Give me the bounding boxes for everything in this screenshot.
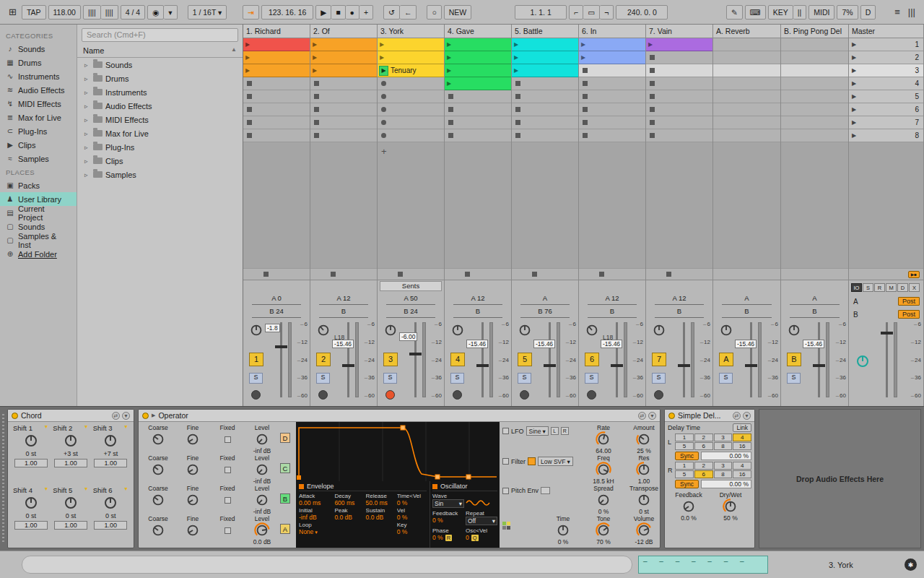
arm-button[interactable] — [654, 390, 663, 400]
solo-button[interactable]: S — [719, 373, 733, 384]
nudge-up-button[interactable]: |||| — [101, 5, 118, 20]
clip-stop-slot[interactable] — [243, 77, 310, 90]
scene-play-icon[interactable]: ▶ — [852, 106, 856, 113]
reenable-automation-button[interactable]: ← — [400, 5, 417, 20]
clip-play-icon[interactable]: ▶ — [380, 55, 384, 61]
hot-swap-icon[interactable]: ⇄ — [638, 412, 646, 420]
delay-right-beat-16[interactable]: 16 — [733, 470, 751, 478]
fine-knob[interactable] — [185, 492, 201, 508]
send-b-slider[interactable]: B 24 — [383, 307, 438, 319]
clip-slot[interactable]: ▶ — [310, 51, 377, 64]
search-input[interactable]: Search (Cmd+F) — [82, 28, 238, 42]
quantize-badge[interactable]: Q — [471, 535, 479, 541]
shift-knob[interactable] — [62, 494, 79, 512]
volume-fader-handle[interactable] — [544, 364, 556, 367]
empty-clip-slot[interactable] — [713, 90, 780, 103]
track-header[interactable]: 2. Of — [310, 25, 377, 38]
clip-slot[interactable]: ▶ — [512, 51, 578, 64]
clip-play-icon[interactable]: ▶ — [514, 68, 518, 74]
send-a-slider[interactable]: A — [719, 294, 775, 306]
arm-button[interactable] — [251, 390, 261, 400]
pan-knob[interactable] — [383, 322, 398, 338]
mixer-toggle-r[interactable]: R — [874, 283, 885, 292]
clip-stop-slot[interactable] — [243, 90, 310, 103]
clip-play-icon[interactable]: ▶ — [581, 55, 585, 61]
clip-play-icon[interactable]: ▶ — [447, 81, 451, 87]
empty-clip-slot[interactable] — [781, 77, 848, 90]
browser-folder-midi-effects[interactable]: ▹MIDI Effects — [77, 113, 243, 126]
track-stop-button[interactable] — [599, 272, 604, 277]
clip-slot[interactable]: ▶ — [378, 38, 444, 51]
sync-left-value[interactable]: 0.00 % — [701, 452, 751, 460]
sidebar-item-audio-effects[interactable]: ≋Audio Effects — [0, 83, 77, 97]
clip-play-icon[interactable]: ▶ — [380, 42, 384, 48]
empty-clip-slot[interactable] — [713, 103, 780, 116]
sustain-value[interactable]: 0.0 dB — [366, 514, 396, 521]
punch-in-button[interactable]: ⌐ — [569, 5, 583, 20]
send-a-slider[interactable]: A 12 — [450, 294, 505, 306]
clip-stop-slot[interactable] — [579, 77, 645, 90]
solo-button[interactable]: S — [450, 373, 464, 384]
level-knob[interactable] — [254, 522, 270, 538]
clip-slot[interactable]: ▶ — [378, 51, 444, 64]
send-b-slider[interactable]: B — [719, 307, 775, 319]
peak-value[interactable]: 0.0 dB — [334, 514, 364, 521]
shift-amount-field[interactable]: 1.00 — [54, 459, 87, 467]
clip-slot[interactable]: ▶ — [445, 77, 511, 90]
clip-stop-slot[interactable] — [445, 116, 511, 129]
sidebar-item-add-folder[interactable]: ⊕Add Folder — [0, 247, 77, 261]
freq-knob[interactable] — [596, 462, 611, 478]
disclosure-icon[interactable]: ▹ — [84, 158, 90, 165]
disclosure-icon[interactable]: ▹ — [84, 144, 90, 151]
shift-amount-field[interactable]: 1.00 — [94, 521, 127, 530]
disclosure-icon[interactable]: ▹ — [84, 89, 90, 96]
clip-slot[interactable]: ▶ — [243, 64, 310, 77]
clip-stop-slot[interactable] — [579, 116, 645, 129]
feedback-value[interactable]: 0 % — [432, 517, 464, 524]
pan-knob[interactable] — [517, 322, 533, 338]
clip-slot[interactable]: ▶ — [310, 38, 377, 51]
clip-stop-slot[interactable] — [310, 77, 377, 90]
empty-clip-slot[interactable] — [781, 116, 848, 129]
send-b-slider[interactable]: B — [585, 307, 640, 319]
clip-stop-slot[interactable] — [243, 103, 310, 116]
volume-fader-handle[interactable] — [342, 364, 354, 367]
delay-left-beat-5[interactable]: 5 — [675, 442, 694, 450]
hot-swap-icon[interactable]: ⇄ — [112, 412, 120, 420]
clip-play-icon[interactable]: ▶ — [245, 55, 250, 61]
shift-amount-field[interactable]: 1.00 — [54, 521, 87, 530]
delay-right-beat-6[interactable]: 6 — [694, 470, 713, 478]
lfo-on-checkbox[interactable] — [502, 428, 509, 434]
clip-stop-slot[interactable] — [646, 116, 712, 129]
save-preset-icon[interactable]: ▼ — [648, 412, 656, 420]
browser-folder-max-for-live[interactable]: ▹Max for Live — [77, 126, 243, 140]
clip-play-icon[interactable]: ▶ — [379, 66, 388, 76]
scene-slot-4[interactable]: ▶4 — [849, 77, 923, 90]
lfo-wave-select[interactable]: Sine▾ — [526, 426, 549, 436]
scene-slot-8[interactable]: ▶8 — [849, 129, 923, 142]
sidebar-item-sounds[interactable]: ♪Sounds — [0, 42, 77, 56]
rate-knob[interactable] — [596, 431, 611, 447]
browser-folder-clips[interactable]: ▹Clips — [77, 154, 243, 168]
track-header[interactable]: 3. York — [378, 25, 444, 38]
send-b-slider[interactable]: B — [316, 307, 371, 319]
browser-folder-plug-ins[interactable]: ▹Plug-Ins — [77, 140, 243, 154]
clip-stop-slot[interactable] — [646, 90, 712, 103]
shift-amount-field[interactable]: 1.00 — [14, 521, 48, 530]
delay-left-beat-2[interactable]: 2 — [694, 434, 713, 441]
follow-button[interactable]: ⇥ — [243, 5, 259, 20]
clip-slot[interactable]: ▶ — [310, 64, 377, 77]
tone-knob[interactable] — [596, 522, 611, 538]
pan-knob[interactable] — [718, 322, 734, 338]
key-map-button[interactable]: KEY — [768, 5, 793, 20]
shift-knob[interactable] — [62, 432, 79, 449]
drywet-knob[interactable] — [723, 499, 738, 514]
clip-stop-slot[interactable] — [243, 116, 310, 129]
oscillator-d-button[interactable]: D — [280, 433, 290, 443]
send-a-slider[interactable]: A 50 — [383, 294, 438, 306]
attack-value[interactable]: 0.00 ms — [299, 499, 333, 506]
overdub-button[interactable]: + — [359, 5, 373, 20]
sync-left-button[interactable]: Sync — [675, 452, 699, 460]
browser-folder-drums[interactable]: ▹Drums — [77, 72, 243, 85]
sidebar-item-current-project[interactable]: ▤Current Project — [0, 206, 77, 220]
